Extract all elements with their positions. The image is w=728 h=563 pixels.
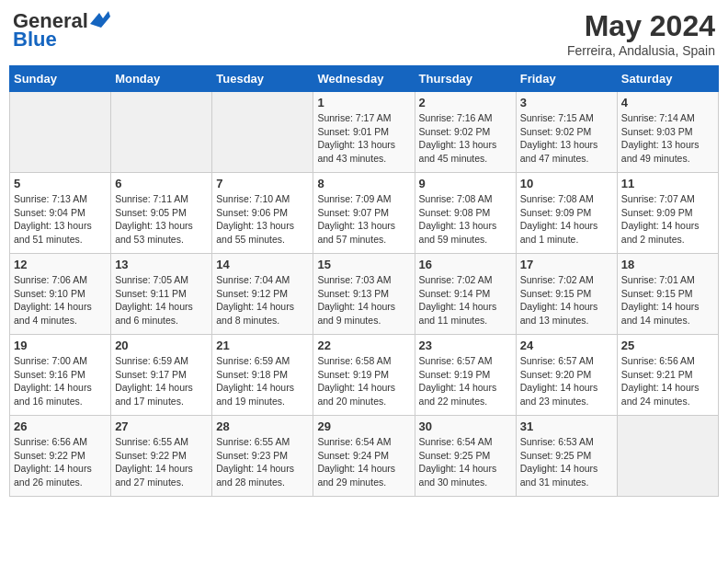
day-info: Sunrise: 6:56 AM Sunset: 9:22 PM Dayligh… — [14, 435, 107, 489]
day-number: 1 — [317, 96, 410, 109]
calendar-cell: 22Sunrise: 6:58 AM Sunset: 9:19 PM Dayli… — [313, 335, 415, 416]
day-number: 23 — [419, 339, 512, 352]
day-info: Sunrise: 7:15 AM Sunset: 9:02 PM Dayligh… — [520, 111, 613, 166]
day-info: Sunrise: 7:06 AM Sunset: 9:10 PM Dayligh… — [14, 273, 107, 327]
day-info: Sunrise: 6:59 AM Sunset: 9:17 PM Dayligh… — [115, 354, 208, 408]
day-number: 22 — [317, 339, 410, 352]
calendar-cell: 21Sunrise: 6:59 AM Sunset: 9:18 PM Dayli… — [212, 335, 313, 416]
calendar-cell — [212, 92, 313, 173]
day-info: Sunrise: 6:58 AM Sunset: 9:19 PM Dayligh… — [317, 354, 410, 408]
day-number: 19 — [14, 339, 107, 352]
day-info: Sunrise: 7:01 AM Sunset: 9:15 PM Dayligh… — [621, 273, 714, 327]
page-header: General Blue May 2024 Ferreira, Andalusi… — [9, 9, 719, 58]
day-number: 2 — [419, 96, 512, 109]
calendar-cell: 29Sunrise: 6:54 AM Sunset: 9:24 PM Dayli… — [313, 416, 415, 497]
day-number: 18 — [621, 258, 714, 271]
day-number: 6 — [115, 177, 208, 190]
day-number: 15 — [317, 258, 410, 271]
calendar-week: 26Sunrise: 6:56 AM Sunset: 9:22 PM Dayli… — [10, 416, 719, 497]
day-number: 11 — [621, 177, 714, 190]
calendar-cell: 6Sunrise: 7:11 AM Sunset: 9:05 PM Daylig… — [111, 173, 212, 254]
day-number: 25 — [621, 339, 714, 352]
calendar-cell: 17Sunrise: 7:02 AM Sunset: 9:15 PM Dayli… — [516, 254, 617, 335]
calendar-cell: 9Sunrise: 7:08 AM Sunset: 9:08 PM Daylig… — [415, 173, 516, 254]
calendar-cell: 15Sunrise: 7:03 AM Sunset: 9:13 PM Dayli… — [313, 254, 415, 335]
weekday-header: Friday — [516, 66, 617, 92]
day-info: Sunrise: 7:10 AM Sunset: 9:06 PM Dayligh… — [216, 192, 309, 247]
calendar-cell: 27Sunrise: 6:55 AM Sunset: 9:22 PM Dayli… — [111, 416, 212, 497]
calendar-cell: 20Sunrise: 6:59 AM Sunset: 9:17 PM Dayli… — [111, 335, 212, 416]
day-info: Sunrise: 6:57 AM Sunset: 9:19 PM Dayligh… — [419, 354, 512, 408]
calendar-table: SundayMondayTuesdayWednesdayThursdayFrid… — [9, 65, 719, 497]
calendar-cell: 3Sunrise: 7:15 AM Sunset: 9:02 PM Daylig… — [516, 92, 617, 173]
calendar-cell: 5Sunrise: 7:13 AM Sunset: 9:04 PM Daylig… — [10, 173, 111, 254]
weekday-header: Thursday — [415, 66, 516, 92]
day-number: 4 — [621, 96, 714, 109]
day-number: 9 — [419, 177, 512, 190]
day-info: Sunrise: 6:55 AM Sunset: 9:23 PM Dayligh… — [216, 435, 309, 489]
calendar-cell: 1Sunrise: 7:17 AM Sunset: 9:01 PM Daylig… — [313, 92, 415, 173]
calendar-cell: 19Sunrise: 7:00 AM Sunset: 9:16 PM Dayli… — [10, 335, 111, 416]
calendar-week: 5Sunrise: 7:13 AM Sunset: 9:04 PM Daylig… — [10, 173, 719, 254]
calendar-cell: 7Sunrise: 7:10 AM Sunset: 9:06 PM Daylig… — [212, 173, 313, 254]
day-info: Sunrise: 7:08 AM Sunset: 9:09 PM Dayligh… — [520, 192, 613, 247]
day-info: Sunrise: 7:07 AM Sunset: 9:09 PM Dayligh… — [621, 192, 714, 247]
day-number: 14 — [216, 258, 309, 271]
day-number: 13 — [115, 258, 208, 271]
day-number: 27 — [115, 419, 208, 433]
day-info: Sunrise: 6:56 AM Sunset: 9:21 PM Dayligh… — [621, 354, 714, 408]
day-info: Sunrise: 7:04 AM Sunset: 9:12 PM Dayligh… — [216, 273, 309, 327]
calendar-cell: 23Sunrise: 6:57 AM Sunset: 9:19 PM Dayli… — [415, 335, 516, 416]
day-number: 29 — [317, 419, 410, 433]
weekday-header: Tuesday — [212, 66, 313, 92]
svg-marker-0 — [90, 11, 110, 28]
day-info: Sunrise: 6:59 AM Sunset: 9:18 PM Dayligh… — [216, 354, 309, 408]
calendar-cell: 25Sunrise: 6:56 AM Sunset: 9:21 PM Dayli… — [617, 335, 718, 416]
calendar-cell: 2Sunrise: 7:16 AM Sunset: 9:02 PM Daylig… — [415, 92, 516, 173]
day-info: Sunrise: 6:53 AM Sunset: 9:25 PM Dayligh… — [520, 435, 613, 489]
calendar-cell: 31Sunrise: 6:53 AM Sunset: 9:25 PM Dayli… — [516, 416, 617, 497]
calendar-cell: 18Sunrise: 7:01 AM Sunset: 9:15 PM Dayli… — [617, 254, 718, 335]
location-subtitle: Ferreira, Andalusia, Spain — [567, 43, 715, 58]
day-number: 5 — [14, 177, 107, 190]
calendar-cell: 4Sunrise: 7:14 AM Sunset: 9:03 PM Daylig… — [617, 92, 718, 173]
weekday-header: Monday — [111, 66, 212, 92]
day-info: Sunrise: 6:54 AM Sunset: 9:24 PM Dayligh… — [317, 435, 410, 489]
calendar-cell: 10Sunrise: 7:08 AM Sunset: 9:09 PM Dayli… — [516, 173, 617, 254]
calendar-week: 12Sunrise: 7:06 AM Sunset: 9:10 PM Dayli… — [10, 254, 719, 335]
weekday-header: Sunday — [10, 66, 111, 92]
day-info: Sunrise: 7:05 AM Sunset: 9:11 PM Dayligh… — [115, 273, 208, 327]
calendar-cell: 14Sunrise: 7:04 AM Sunset: 9:12 PM Dayli… — [212, 254, 313, 335]
day-info: Sunrise: 7:13 AM Sunset: 9:04 PM Dayligh… — [14, 192, 107, 247]
day-number: 28 — [216, 419, 309, 433]
day-number: 3 — [520, 96, 613, 109]
day-number: 20 — [115, 339, 208, 352]
day-number: 17 — [520, 258, 613, 271]
day-info: Sunrise: 6:54 AM Sunset: 9:25 PM Dayligh… — [419, 435, 512, 489]
day-info: Sunrise: 7:09 AM Sunset: 9:07 PM Dayligh… — [317, 192, 410, 247]
calendar-cell — [10, 92, 111, 173]
day-number: 30 — [419, 419, 512, 433]
logo-bird-icon — [90, 11, 110, 28]
day-number: 8 — [317, 177, 410, 190]
calendar-cell: 13Sunrise: 7:05 AM Sunset: 9:11 PM Dayli… — [111, 254, 212, 335]
logo-blue: Blue — [13, 28, 57, 52]
calendar-cell: 16Sunrise: 7:02 AM Sunset: 9:14 PM Dayli… — [415, 254, 516, 335]
weekday-header: Saturday — [617, 66, 718, 92]
day-info: Sunrise: 7:14 AM Sunset: 9:03 PM Dayligh… — [621, 111, 714, 166]
day-number: 16 — [419, 258, 512, 271]
day-info: Sunrise: 6:55 AM Sunset: 9:22 PM Dayligh… — [115, 435, 208, 489]
month-year-title: May 2024 — [567, 9, 715, 43]
calendar-cell: 11Sunrise: 7:07 AM Sunset: 9:09 PM Dayli… — [617, 173, 718, 254]
day-number: 12 — [14, 258, 107, 271]
calendar-cell — [111, 92, 212, 173]
day-number: 24 — [520, 339, 613, 352]
day-number: 31 — [520, 419, 613, 433]
day-number: 26 — [14, 419, 107, 433]
day-number: 10 — [520, 177, 613, 190]
day-info: Sunrise: 7:02 AM Sunset: 9:15 PM Dayligh… — [520, 273, 613, 327]
calendar-cell: 28Sunrise: 6:55 AM Sunset: 9:23 PM Dayli… — [212, 416, 313, 497]
day-info: Sunrise: 7:11 AM Sunset: 9:05 PM Dayligh… — [115, 192, 208, 247]
day-info: Sunrise: 6:57 AM Sunset: 9:20 PM Dayligh… — [520, 354, 613, 408]
day-number: 7 — [216, 177, 309, 190]
